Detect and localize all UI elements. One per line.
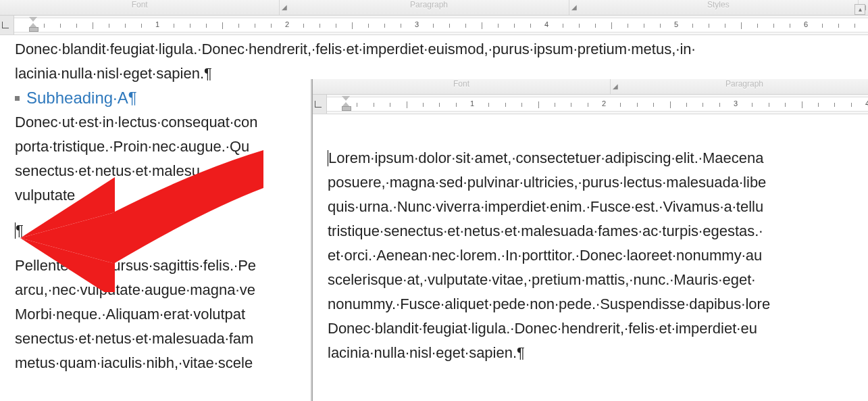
body-text: quis·urna.·Nunc·viverra·imperdiet·enim.·… bbox=[328, 195, 868, 218]
body-text: et·orci.·Aenean·nec·lorem.·In·porttitor.… bbox=[328, 244, 868, 267]
horizontal-ruler[interactable]: 123456 ▴ bbox=[0, 16, 868, 35]
body-text: posuere,·magna·sed·pulvinar·ultricies,·p… bbox=[328, 171, 868, 194]
indent-markers-icon[interactable] bbox=[342, 96, 351, 111]
ribbon-group-paragraph: Paragraph bbox=[620, 79, 868, 94]
pilcrow-mark: ¶ bbox=[16, 222, 24, 239]
ribbon-group-font: Font bbox=[0, 0, 280, 15]
tab-selector[interactable] bbox=[0, 16, 14, 34]
dialog-launcher-icon[interactable]: ◢ bbox=[569, 0, 579, 15]
ribbon-tab-bottom: Font ◢ Paragraph bbox=[313, 79, 868, 95]
ribbon-tab-bottom: Font ◢ Paragraph ◢ Styles ◢ bbox=[0, 0, 868, 16]
ribbon-group-paragraph: Paragraph bbox=[289, 0, 569, 15]
body-text: Donec·blandit·feugiat·ligula.·Donec·hend… bbox=[328, 317, 868, 340]
body-text: Donec·blandit·feugiat·ligula.·Donec·hend… bbox=[15, 38, 868, 61]
body-text: tristique·senectus·et·netus·et·malesuada… bbox=[328, 220, 868, 243]
body-text: scelerisque·at,·vulputate·vitae,·pretium… bbox=[328, 268, 868, 291]
ribbon-group-font: Font bbox=[313, 79, 611, 94]
body-text: nonummy.·Fusce·aliquet·pede·non·pede.·Su… bbox=[328, 293, 868, 316]
tab-selector[interactable] bbox=[313, 95, 327, 114]
nav-bullet-icon[interactable] bbox=[15, 96, 20, 101]
subheading-text: Subheading·A¶ bbox=[26, 89, 137, 107]
indent-markers-icon[interactable] bbox=[29, 17, 39, 32]
body-text: Lorem·ipsum·dolor·sit·amet,·consectetuer… bbox=[328, 147, 868, 170]
horizontal-ruler[interactable]: 1234 bbox=[313, 95, 868, 114]
dialog-launcher-icon[interactable]: ◢ bbox=[611, 79, 620, 94]
body-text-line: Lorem·ipsum·dolor·sit·amet,·consectetuer… bbox=[328, 149, 763, 166]
ruler-scroll-up-icon[interactable]: ▴ bbox=[854, 4, 865, 15]
body-text: lacinia·nulla·nisl·eget·sapien.¶ bbox=[328, 341, 868, 364]
document-body[interactable]: Lorem·ipsum·dolor·sit·amet,·consectetuer… bbox=[313, 114, 868, 364]
dialog-launcher-icon[interactable]: ◢ bbox=[280, 0, 289, 15]
ribbon-group-styles: Styles bbox=[579, 0, 859, 15]
